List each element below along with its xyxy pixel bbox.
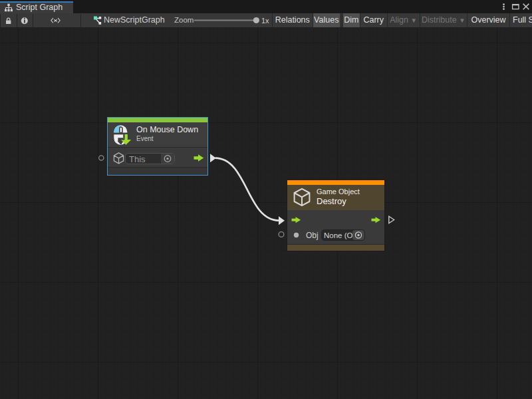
- svg-text:1x: 1x: [261, 17, 269, 25]
